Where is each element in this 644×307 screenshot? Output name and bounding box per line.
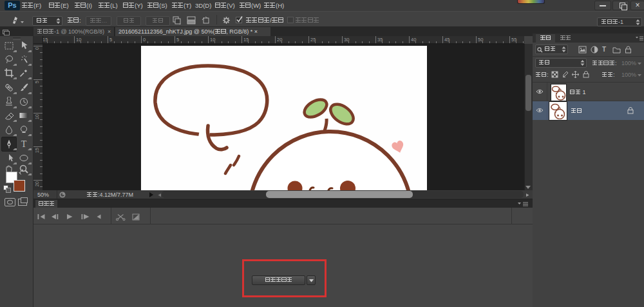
svg-text:T: T [21, 139, 27, 149]
